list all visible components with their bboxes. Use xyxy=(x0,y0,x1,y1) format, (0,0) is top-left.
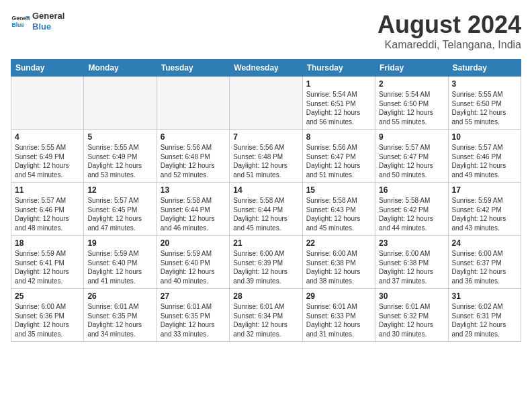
day-number: 22 xyxy=(306,238,371,248)
day-number: 7 xyxy=(233,132,298,142)
day-info: Sunrise: 5:58 AM Sunset: 6:43 PM Dayligh… xyxy=(306,196,371,232)
day-info: Sunrise: 5:57 AM Sunset: 6:45 PM Dayligh… xyxy=(87,196,152,232)
day-number: 26 xyxy=(87,291,152,301)
calendar-week-row: 11Sunrise: 5:57 AM Sunset: 6:46 PM Dayli… xyxy=(11,183,521,236)
calendar-cell: 8Sunrise: 5:56 AM Sunset: 6:47 PM Daylig… xyxy=(302,130,375,183)
day-number: 29 xyxy=(306,291,371,301)
day-info: Sunrise: 5:59 AM Sunset: 6:40 PM Dayligh… xyxy=(161,249,226,285)
svg-text:General: General xyxy=(12,15,30,21)
calendar: SundayMondayTuesdayWednesdayThursdayFrid… xyxy=(11,59,521,342)
day-number: 12 xyxy=(87,185,152,195)
day-number: 17 xyxy=(452,185,517,195)
day-number: 31 xyxy=(452,291,517,301)
calendar-cell: 14Sunrise: 5:58 AM Sunset: 6:44 PM Dayli… xyxy=(230,183,302,236)
calendar-cell: 25Sunrise: 6:00 AM Sunset: 6:36 PM Dayli… xyxy=(11,289,84,342)
calendar-cell: 1Sunrise: 5:54 AM Sunset: 6:51 PM Daylig… xyxy=(302,77,375,130)
calendar-cell: 12Sunrise: 5:57 AM Sunset: 6:45 PM Dayli… xyxy=(84,183,157,236)
calendar-cell: 29Sunrise: 6:01 AM Sunset: 6:33 PM Dayli… xyxy=(302,289,375,342)
calendar-cell: 27Sunrise: 6:01 AM Sunset: 6:35 PM Dayli… xyxy=(157,289,229,342)
day-info: Sunrise: 6:00 AM Sunset: 6:37 PM Dayligh… xyxy=(452,249,517,285)
weekday-header-tuesday: Tuesday xyxy=(157,60,229,77)
day-info: Sunrise: 5:55 AM Sunset: 6:50 PM Dayligh… xyxy=(452,90,517,126)
day-number: 30 xyxy=(379,291,444,301)
day-number: 5 xyxy=(87,132,152,142)
weekday-header-thursday: Thursday xyxy=(302,60,375,77)
calendar-cell: 31Sunrise: 6:02 AM Sunset: 6:31 PM Dayli… xyxy=(448,289,521,342)
calendar-cell: 21Sunrise: 6:00 AM Sunset: 6:39 PM Dayli… xyxy=(230,236,302,289)
day-info: Sunrise: 5:54 AM Sunset: 6:50 PM Dayligh… xyxy=(379,90,444,126)
day-info: Sunrise: 5:56 AM Sunset: 6:47 PM Dayligh… xyxy=(306,143,371,179)
day-info: Sunrise: 5:58 AM Sunset: 6:42 PM Dayligh… xyxy=(379,196,444,232)
day-number: 20 xyxy=(161,238,226,248)
day-info: Sunrise: 6:00 AM Sunset: 6:36 PM Dayligh… xyxy=(15,302,80,338)
calendar-cell xyxy=(157,77,229,130)
day-info: Sunrise: 6:00 AM Sunset: 6:38 PM Dayligh… xyxy=(306,249,371,285)
calendar-cell: 5Sunrise: 5:55 AM Sunset: 6:49 PM Daylig… xyxy=(84,130,157,183)
day-number: 1 xyxy=(306,79,371,89)
day-number: 9 xyxy=(379,132,444,142)
day-info: Sunrise: 6:01 AM Sunset: 6:33 PM Dayligh… xyxy=(306,302,371,338)
day-number: 23 xyxy=(379,238,444,248)
day-number: 15 xyxy=(306,185,371,195)
day-number: 27 xyxy=(161,291,226,301)
calendar-cell: 6Sunrise: 5:56 AM Sunset: 6:48 PM Daylig… xyxy=(157,130,229,183)
day-info: Sunrise: 5:56 AM Sunset: 6:48 PM Dayligh… xyxy=(233,143,298,179)
day-info: Sunrise: 5:59 AM Sunset: 6:41 PM Dayligh… xyxy=(15,249,80,285)
day-info: Sunrise: 5:59 AM Sunset: 6:42 PM Dayligh… xyxy=(452,196,517,232)
calendar-cell: 11Sunrise: 5:57 AM Sunset: 6:46 PM Dayli… xyxy=(11,183,84,236)
day-info: Sunrise: 6:00 AM Sunset: 6:39 PM Dayligh… xyxy=(233,249,298,285)
day-number: 10 xyxy=(452,132,517,142)
calendar-cell: 30Sunrise: 6:01 AM Sunset: 6:32 PM Dayli… xyxy=(375,289,448,342)
day-number: 3 xyxy=(452,79,517,89)
calendar-cell: 2Sunrise: 5:54 AM Sunset: 6:50 PM Daylig… xyxy=(375,77,448,130)
day-info: Sunrise: 6:00 AM Sunset: 6:38 PM Dayligh… xyxy=(379,249,444,285)
calendar-cell xyxy=(11,77,84,130)
logo: General Blue General Blue xyxy=(11,11,64,32)
calendar-cell: 4Sunrise: 5:55 AM Sunset: 6:49 PM Daylig… xyxy=(11,130,84,183)
calendar-cell: 28Sunrise: 6:01 AM Sunset: 6:34 PM Dayli… xyxy=(230,289,302,342)
day-info: Sunrise: 6:01 AM Sunset: 6:35 PM Dayligh… xyxy=(87,302,152,338)
day-number: 8 xyxy=(306,132,371,142)
day-info: Sunrise: 5:57 AM Sunset: 6:46 PM Dayligh… xyxy=(15,196,80,232)
day-number: 13 xyxy=(161,185,226,195)
calendar-cell: 9Sunrise: 5:57 AM Sunset: 6:47 PM Daylig… xyxy=(375,130,448,183)
calendar-week-row: 4Sunrise: 5:55 AM Sunset: 6:49 PM Daylig… xyxy=(11,130,521,183)
calendar-cell: 18Sunrise: 5:59 AM Sunset: 6:41 PM Dayli… xyxy=(11,236,84,289)
main-title: August 2024 xyxy=(378,11,521,39)
day-number: 24 xyxy=(452,238,517,248)
weekday-header-monday: Monday xyxy=(84,60,157,77)
weekday-header-saturday: Saturday xyxy=(448,60,521,77)
subtitle: Kamareddi, Telangana, India xyxy=(378,39,521,51)
day-number: 14 xyxy=(233,185,298,195)
day-number: 11 xyxy=(15,185,80,195)
day-number: 6 xyxy=(161,132,226,142)
calendar-week-row: 25Sunrise: 6:00 AM Sunset: 6:36 PM Dayli… xyxy=(11,289,521,342)
calendar-cell: 10Sunrise: 5:57 AM Sunset: 6:46 PM Dayli… xyxy=(448,130,521,183)
day-info: Sunrise: 5:58 AM Sunset: 6:44 PM Dayligh… xyxy=(233,196,298,232)
day-number: 19 xyxy=(87,238,152,248)
calendar-header-row: SundayMondayTuesdayWednesdayThursdayFrid… xyxy=(11,60,521,77)
day-number: 21 xyxy=(233,238,298,248)
header: General Blue General Blue August 2024 Ka… xyxy=(11,11,521,51)
day-info: Sunrise: 6:02 AM Sunset: 6:31 PM Dayligh… xyxy=(452,302,517,338)
day-info: Sunrise: 5:55 AM Sunset: 6:49 PM Dayligh… xyxy=(87,143,152,179)
day-number: 16 xyxy=(379,185,444,195)
day-info: Sunrise: 5:57 AM Sunset: 6:47 PM Dayligh… xyxy=(379,143,444,179)
logo-line1: General xyxy=(32,11,64,21)
day-info: Sunrise: 5:58 AM Sunset: 6:44 PM Dayligh… xyxy=(161,196,226,232)
calendar-cell: 19Sunrise: 5:59 AM Sunset: 6:40 PM Dayli… xyxy=(84,236,157,289)
day-info: Sunrise: 6:01 AM Sunset: 6:32 PM Dayligh… xyxy=(379,302,444,338)
calendar-cell: 24Sunrise: 6:00 AM Sunset: 6:37 PM Dayli… xyxy=(448,236,521,289)
calendar-cell xyxy=(230,77,302,130)
day-info: Sunrise: 5:56 AM Sunset: 6:48 PM Dayligh… xyxy=(161,143,226,179)
logo-line2: Blue xyxy=(32,21,64,32)
day-number: 4 xyxy=(15,132,80,142)
day-info: Sunrise: 5:54 AM Sunset: 6:51 PM Dayligh… xyxy=(306,90,371,126)
day-info: Sunrise: 6:01 AM Sunset: 6:35 PM Dayligh… xyxy=(161,302,226,338)
calendar-cell xyxy=(84,77,157,130)
calendar-week-row: 18Sunrise: 5:59 AM Sunset: 6:41 PM Dayli… xyxy=(11,236,521,289)
calendar-cell: 15Sunrise: 5:58 AM Sunset: 6:43 PM Dayli… xyxy=(302,183,375,236)
weekday-header-wednesday: Wednesday xyxy=(230,60,302,77)
calendar-week-row: 1Sunrise: 5:54 AM Sunset: 6:51 PM Daylig… xyxy=(11,77,521,130)
day-info: Sunrise: 6:01 AM Sunset: 6:34 PM Dayligh… xyxy=(233,302,298,338)
